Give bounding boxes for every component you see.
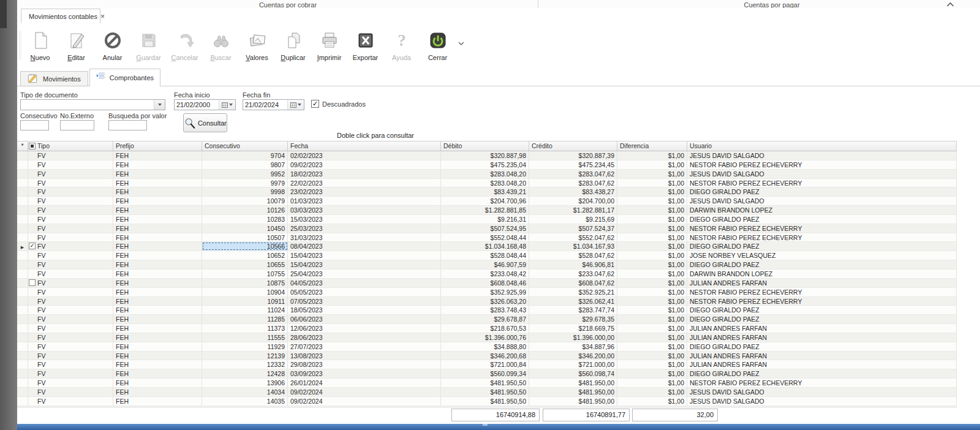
cell-usuario[interactable]: JULIAN ANDRES FARFAN: [687, 333, 957, 342]
chevron-down-icon[interactable]: [154, 100, 165, 110]
cell-consecutivo[interactable]: 11929: [202, 342, 288, 351]
cell-credito[interactable]: $283.047,62: [529, 179, 617, 187]
cell-tipo[interactable]: FV: [28, 215, 113, 224]
cell-debito[interactable]: $204.700,96: [441, 197, 529, 205]
cell-credito[interactable]: $1.282.881,17: [529, 206, 617, 214]
cell-usuario[interactable]: NESTOR FABIO PEREZ ECHEVERRY: [687, 179, 957, 187]
table-row[interactable]: FVFEH997922/02/2023$283.048,20$283.047,6…: [17, 179, 957, 188]
header-row-indicator[interactable]: *: [17, 141, 28, 151]
table-row[interactable]: FVFEH1128506/06/2023$29.678,87$29.678,35…: [17, 315, 957, 324]
cell-consecutivo[interactable]: 9979: [202, 179, 288, 187]
row-indicator-cell[interactable]: [17, 206, 28, 214]
cell-debito[interactable]: $83.439,21: [441, 187, 529, 196]
row-indicator-cell[interactable]: [17, 260, 28, 269]
cell-debito[interactable]: $1.282.881,85: [441, 206, 529, 214]
cell-fecha[interactable]: 25/03/2023: [288, 224, 441, 233]
select-all-checkbox[interactable]: [29, 143, 36, 149]
cell-diferencia[interactable]: $1,00: [617, 279, 687, 287]
cell-diferencia[interactable]: $1,00: [617, 187, 687, 196]
row-indicator-cell[interactable]: [17, 170, 28, 178]
cell-tipo[interactable]: FV: [28, 342, 113, 351]
no-externo-field[interactable]: [61, 121, 94, 130]
cell-tipo[interactable]: FV: [28, 397, 113, 405]
cell-tipo[interactable]: FV: [28, 160, 113, 169]
cell-credito[interactable]: $9.215,69: [529, 215, 617, 224]
cell-fecha[interactable]: 18/05/2023: [288, 306, 441, 314]
cell-diferencia[interactable]: $1,00: [617, 270, 687, 278]
cell-debito[interactable]: $29.678,87: [441, 315, 529, 323]
cell-debito[interactable]: $552.048,44: [441, 233, 529, 242]
table-row[interactable]: FVFEH1090405/05/2023$352.925,99$352.925,…: [17, 288, 957, 297]
cell-consecutivo[interactable]: 14035: [202, 397, 288, 405]
cell-fecha[interactable]: 15/04/2023: [288, 260, 441, 269]
cell-tipo[interactable]: FV: [28, 288, 113, 296]
cell-tipo[interactable]: FV: [28, 388, 113, 396]
row-indicator-cell[interactable]: [17, 151, 28, 160]
cell-consecutivo[interactable]: 10655: [202, 260, 288, 269]
cell-credito[interactable]: $29.678,35: [529, 315, 617, 323]
calendar-dropdown-icon[interactable]: [287, 100, 304, 110]
cell-debito[interactable]: $283.048,20: [441, 179, 529, 187]
cell-tipo[interactable]: FV: [28, 279, 113, 287]
chevron-up-icon[interactable]: [946, 1, 954, 7]
cell-prefijo[interactable]: FEH: [113, 251, 202, 260]
cell-usuario[interactable]: NESTOR FABIO PEREZ ECHEVERRY: [687, 288, 957, 296]
cell-tipo[interactable]: ✓FV: [28, 242, 113, 251]
cell-consecutivo[interactable]: 10450: [202, 224, 288, 233]
cell-fecha[interactable]: 31/03/2023: [288, 233, 441, 242]
row-indicator-cell[interactable]: [17, 352, 28, 360]
cell-debito[interactable]: $320.887,98: [441, 151, 529, 160]
cell-consecutivo[interactable]: 11373: [202, 324, 288, 333]
cell-prefijo[interactable]: FEH: [113, 187, 202, 196]
table-row[interactable]: FVFEH1390626/01/2024$481.950,50$481.950,…: [17, 379, 957, 388]
busqueda-por-valor-field[interactable]: [109, 121, 146, 130]
toolbar-exportar-button[interactable]: Exportar: [347, 25, 383, 66]
cell-tipo[interactable]: FV: [28, 197, 113, 205]
row-indicator-cell[interactable]: [17, 360, 28, 369]
cell-usuario[interactable]: JESUS DAVID SALGADO: [687, 397, 957, 405]
cell-fecha[interactable]: 03/03/2023: [288, 206, 441, 214]
cell-tipo[interactable]: FV: [28, 333, 113, 342]
table-row[interactable]: FVFEH1087504/05/2023$608.048,46$608.047,…: [17, 279, 957, 288]
cell-credito[interactable]: $1.034.167,93: [529, 242, 617, 251]
toolbar-editar-button[interactable]: Editar: [58, 25, 94, 66]
cell-fecha[interactable]: 23/02/2023: [288, 187, 441, 196]
cell-diferencia[interactable]: $1,00: [617, 197, 687, 205]
cell-diferencia[interactable]: $1,00: [617, 224, 687, 233]
row-checkbox[interactable]: [29, 279, 36, 286]
cell-usuario[interactable]: JULIAN ANDRES FARFAN: [687, 360, 957, 369]
header-consecutivo[interactable]: Consecutivo: [202, 141, 288, 151]
toolbar-anular-button[interactable]: Anular: [94, 25, 130, 66]
cell-consecutivo[interactable]: 10283: [202, 215, 288, 224]
cell-fecha[interactable]: 09/02/2024: [288, 388, 441, 396]
cell-diferencia[interactable]: $1,00: [617, 260, 687, 269]
header-fecha[interactable]: Fecha: [288, 141, 441, 151]
row-indicator-cell[interactable]: [17, 160, 28, 169]
cell-usuario[interactable]: NESTOR FABIO PEREZ ECHEVERRY: [687, 297, 957, 306]
cell-tipo[interactable]: FV: [28, 360, 113, 369]
cell-fecha[interactable]: 25/04/2023: [288, 270, 441, 278]
cell-credito[interactable]: $481.950,00: [529, 397, 617, 405]
cell-consecutivo[interactable]: 9998: [202, 187, 288, 196]
header-usuario[interactable]: Usuario: [687, 141, 957, 151]
cell-diferencia[interactable]: $1,00: [617, 151, 687, 160]
row-indicator-cell[interactable]: [17, 369, 28, 378]
cell-credito[interactable]: $352.925,21: [529, 288, 617, 296]
row-indicator-cell[interactable]: [17, 288, 28, 296]
cell-fecha[interactable]: 15/03/2023: [288, 215, 441, 224]
toolbar-nuevo-button[interactable]: Nuevo: [22, 25, 58, 66]
cell-consecutivo[interactable]: 14034: [202, 388, 288, 396]
cell-debito[interactable]: $481.950,50: [441, 388, 529, 396]
cell-prefijo[interactable]: FEH: [113, 297, 202, 306]
cell-credito[interactable]: $218.669,75: [529, 324, 617, 333]
table-row[interactable]: FVFEH1045025/03/2023$507.524,95$507.524,…: [17, 224, 957, 233]
chevron-down-icon[interactable]: [458, 39, 464, 47]
cell-consecutivo[interactable]: 10507: [202, 233, 288, 242]
table-row[interactable]: FVFEH1075525/04/2023$233.048,42$233.047,…: [17, 270, 957, 279]
cell-diferencia[interactable]: $1,00: [617, 288, 687, 296]
cell-diferencia[interactable]: $1,00: [617, 315, 687, 323]
cell-fecha[interactable]: 01/03/2023: [288, 197, 441, 205]
cell-usuario[interactable]: DARWIN BRANDON LOPEZ: [687, 270, 957, 278]
row-indicator-cell[interactable]: [17, 215, 28, 224]
cell-prefijo[interactable]: FEH: [113, 270, 202, 278]
